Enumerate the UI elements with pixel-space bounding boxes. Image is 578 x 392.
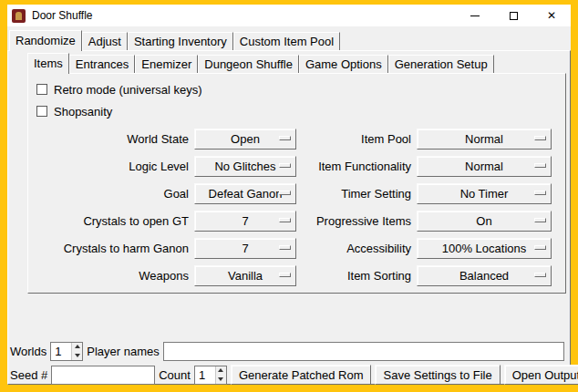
randomize-panel: Items Entrances Enemizer Dungeon Shuffle…	[7, 50, 571, 385]
worlds-label: Worlds	[10, 345, 46, 358]
progressive-items-dropdown[interactable]: On	[417, 211, 552, 232]
dropdown-indicator-icon	[534, 273, 546, 277]
tab-dungeon-shuffle[interactable]: Dungeon Shuffle	[198, 55, 299, 73]
multiworld-row: Worlds 1 Player names	[10, 341, 564, 361]
progressive-items-label: Progressive Items	[302, 214, 411, 228]
tab-generation-setup[interactable]: Generation Setup	[388, 55, 494, 73]
generate-row: Seed # Count 1 Generate Patched Rom Save…	[10, 365, 564, 385]
main-tabbar: Randomize Adjust Starting Inventory Cust…	[9, 28, 340, 50]
minimize-button[interactable]	[456, 5, 494, 26]
worlds-spinner[interactable]: 1	[50, 342, 83, 361]
worlds-up-button[interactable]	[72, 343, 82, 352]
minimize-icon	[470, 15, 480, 16]
dropdown-indicator-icon	[279, 191, 291, 195]
logic-level-label: Logic Level	[36, 160, 189, 173]
tab-label: Dungeon Shuffle	[204, 57, 293, 71]
weapons-dropdown[interactable]: Vanilla	[194, 265, 296, 286]
tab-enemizer[interactable]: Enemizer	[135, 55, 198, 73]
spinner-arrows	[215, 366, 226, 384]
dropdown-value: No Timer	[460, 187, 509, 201]
items-panel: Retro mode (universal keys) Shopsanity W…	[27, 73, 566, 294]
generate-patched-rom-button[interactable]: Generate Patched Rom	[231, 365, 372, 385]
app-icon	[12, 9, 26, 23]
item-sorting-label: Item Sorting	[302, 269, 411, 283]
tab-game-options[interactable]: Game Options	[299, 55, 388, 73]
dropdown-indicator-icon	[534, 245, 546, 250]
timer-setting-label: Timer Setting	[302, 187, 411, 201]
dropdown-value: 100% Locations	[442, 242, 527, 255]
goal-label: Goal	[36, 187, 189, 201]
dropdown-indicator-icon	[534, 163, 546, 168]
app-window: Door Shuffle ✕ Randomize Adjust Starting…	[0, 0, 578, 392]
tab-randomize[interactable]: Randomize	[9, 30, 82, 51]
crystals-harm-ganon-label: Crystals to harm Ganon	[36, 242, 189, 255]
tab-label: Adjust	[88, 35, 121, 48]
dropdown-value: 7	[242, 242, 248, 255]
accessibility-dropdown[interactable]: 100% Locations	[417, 238, 552, 259]
dropdown-indicator-icon	[279, 136, 291, 140]
item-functionality-dropdown[interactable]: Normal	[417, 156, 552, 177]
worlds-down-button[interactable]	[72, 351, 82, 360]
window-title: Door Shuffle	[32, 9, 93, 22]
close-button[interactable]: ✕	[532, 5, 571, 26]
sub-tabbar: Items Entrances Enemizer Dungeon Shuffle…	[27, 52, 494, 73]
dropdown-indicator-icon	[534, 136, 546, 140]
crystals-open-gt-dropdown[interactable]: 7	[194, 211, 296, 232]
maximize-icon	[510, 12, 518, 20]
weapons-label: Weapons	[36, 269, 189, 283]
tab-label: Enemizer	[141, 57, 191, 71]
retro-mode-checkbox[interactable]	[36, 84, 47, 95]
world-state-dropdown[interactable]: Open	[194, 129, 296, 150]
retro-mode-label: Retro mode (universal keys)	[54, 83, 202, 97]
shopsanity-label: Shopsanity	[54, 105, 112, 119]
tab-starting-inventory[interactable]: Starting Inventory	[128, 32, 233, 50]
item-pool-dropdown[interactable]: Normal	[417, 129, 552, 150]
dropdown-value: No Glitches	[214, 160, 275, 173]
dropdown-value: Defeat Ganon	[209, 187, 283, 201]
item-sorting-dropdown[interactable]: Balanced	[417, 265, 552, 286]
tab-adjust[interactable]: Adjust	[82, 32, 128, 50]
player-names-input[interactable]	[163, 342, 564, 361]
tab-label: Randomize	[15, 34, 76, 47]
count-spinner[interactable]: 1	[194, 366, 227, 385]
save-settings-button[interactable]: Save Settings to File	[375, 365, 500, 385]
shopsanity-row: Shopsanity	[36, 103, 565, 119]
dropdown-value: Vanilla	[228, 269, 263, 283]
arrow-down-icon	[218, 377, 223, 381]
accessibility-label: Accessibility	[302, 242, 411, 255]
seed-input[interactable]	[51, 366, 155, 385]
count-down-button[interactable]	[216, 375, 226, 384]
tab-items[interactable]: Items	[27, 53, 69, 74]
tab-custom-item-pool[interactable]: Custom Item Pool	[233, 32, 340, 50]
dropdown-value: Balanced	[459, 269, 509, 283]
dropdown-indicator-icon	[279, 218, 291, 222]
world-state-label: World State	[36, 132, 189, 146]
arrow-down-icon	[75, 354, 80, 357]
crystals-harm-ganon-dropdown[interactable]: 7	[194, 238, 296, 259]
maximize-button[interactable]	[494, 5, 532, 26]
tab-label: Items	[34, 57, 63, 70]
tab-entrances[interactable]: Entrances	[69, 55, 136, 73]
arrow-up-icon	[218, 368, 223, 372]
logic-level-dropdown[interactable]: No Glitches	[194, 156, 296, 177]
worlds-value: 1	[51, 343, 71, 360]
dropdown-indicator-icon	[279, 273, 291, 277]
window-content: Randomize Adjust Starting Inventory Cust…	[7, 26, 571, 385]
open-output-directory-button[interactable]: Open Output Directory	[504, 365, 578, 385]
dropdown-value: 7	[242, 214, 248, 228]
goal-dropdown[interactable]: Defeat Ganon	[194, 183, 296, 204]
titlebar[interactable]: Door Shuffle ✕	[7, 5, 571, 26]
spinner-arrows	[71, 343, 82, 360]
timer-setting-dropdown[interactable]: No Timer	[417, 183, 552, 204]
tab-label: Game Options	[305, 57, 382, 71]
count-label: Count	[159, 368, 191, 382]
player-names-label: Player names	[87, 345, 159, 358]
window-controls: ✕	[456, 5, 571, 26]
item-functionality-label: Item Functionality	[302, 160, 411, 173]
tab-label: Entrances	[76, 57, 129, 71]
arrow-up-icon	[75, 345, 80, 348]
shopsanity-checkbox[interactable]	[36, 106, 47, 117]
count-up-button[interactable]	[216, 366, 226, 376]
dropdown-value: Normal	[465, 132, 503, 146]
dropdown-indicator-icon	[534, 218, 546, 222]
